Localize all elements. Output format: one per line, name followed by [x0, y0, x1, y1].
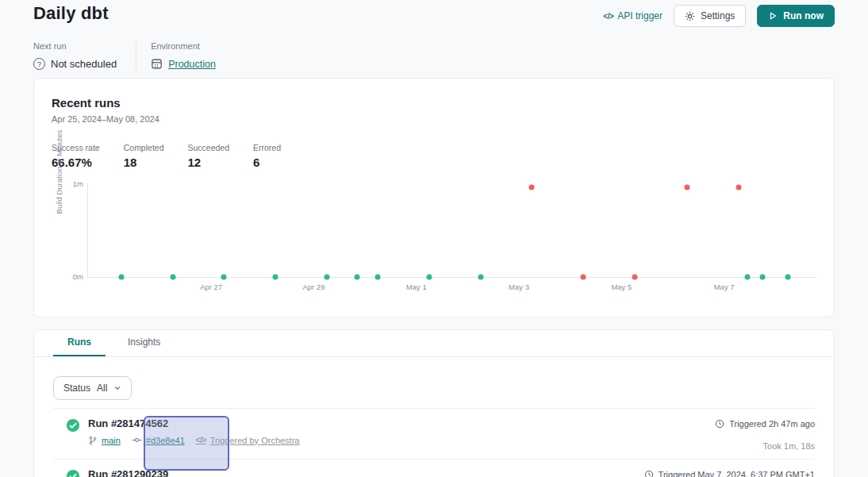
environment-link[interactable]: Production [168, 59, 216, 70]
tab-bar: Runs Insights [34, 330, 834, 357]
xtick-label: May 5 [611, 283, 632, 291]
run-now-button[interactable]: Run now [757, 5, 835, 27]
xtick-label: Apr 29 [302, 283, 325, 291]
success-check-icon [66, 418, 80, 433]
status-filter-dropdown[interactable]: Status All [53, 376, 132, 400]
api-trigger-label: API trigger [617, 10, 663, 21]
page-title: Daily dbt [33, 3, 109, 24]
run-now-label: Run now [783, 10, 824, 21]
run-datapoint-success[interactable] [760, 275, 766, 280]
run-triggered-time: Triggered 2h 47m ago [715, 419, 815, 429]
success-check-icon [66, 469, 80, 477]
gear-icon [685, 11, 695, 21]
run-duration: Took 1m, 18s [715, 441, 815, 451]
status-filter-value: All [97, 383, 107, 394]
run-datapoint-error[interactable] [529, 184, 535, 190]
stat-errored: Errored 6 [253, 143, 281, 169]
recent-runs-date-range: Apr 25, 2024–May 08, 2024 [52, 114, 816, 124]
run-datapoint-error[interactable] [632, 275, 637, 280]
environment-block: Environment Production [136, 41, 235, 70]
tab-insights[interactable]: Insights [113, 330, 175, 356]
run-datapoint-success[interactable] [426, 275, 432, 280]
git-branch-icon [88, 436, 98, 445]
selection-overlay [144, 416, 229, 471]
run-datapoint-error[interactable] [735, 184, 741, 190]
xtick-label: May 3 [509, 283, 529, 291]
run-datapoint-success[interactable] [119, 275, 125, 280]
chevron-down-icon [113, 384, 121, 392]
next-run-value: Not scheduled [51, 58, 117, 70]
run-datapoint-success[interactable] [221, 275, 227, 280]
recent-runs-card: Recent runs Apr 25, 2024–May 08, 2024 Su… [33, 78, 835, 317]
settings-label: Settings [701, 10, 735, 21]
page-header: Daily dbt </> API trigger Settings Run n… [0, 0, 868, 27]
branch-link[interactable]: main [102, 436, 121, 445]
run-datapoint-success[interactable] [355, 275, 360, 280]
run-datapoint-success[interactable] [785, 275, 791, 280]
run-datapoint-success[interactable] [744, 275, 750, 280]
header-actions: </> API trigger Settings Run now [603, 5, 835, 27]
next-run-block: Next run ? Not scheduled [33, 41, 136, 70]
run-datapoint-success[interactable] [375, 275, 381, 280]
run-datapoint-error[interactable] [580, 275, 586, 280]
tab-runs[interactable]: Runs [53, 330, 106, 356]
branch-link-wrap: main [88, 436, 121, 445]
run-datapoint-success[interactable] [324, 275, 329, 280]
run-triggered-time: Triggered May 7, 2024, 6:37 PM GMT+1 [644, 470, 815, 477]
xtick-label: Apr 27 [200, 283, 222, 291]
settings-button[interactable]: Settings [674, 5, 746, 27]
play-icon [768, 11, 778, 21]
api-trigger-link[interactable]: </> API trigger [603, 10, 663, 21]
database-icon [151, 58, 163, 70]
clock-icon [644, 470, 654, 477]
job-meta-row: Next run ? Not scheduled Environment Pro… [0, 41, 868, 70]
recent-runs-title: Recent runs [52, 96, 816, 110]
environment-label: Environment [151, 41, 216, 51]
duration-chart: Build Duration in Minutes 1m 0m Apr 27Ap… [52, 179, 816, 294]
clock-icon [715, 419, 724, 429]
run-datapoint-success[interactable] [478, 275, 483, 280]
chart-plot: 1m 0m Apr 27Apr 29May 1May 3May 5May 7 [87, 183, 816, 278]
ytick-0m: 0m [73, 272, 83, 281]
help-circle-icon: ? [33, 58, 45, 70]
ytick-1m: 1m [73, 179, 83, 188]
run-datapoint-error[interactable] [685, 184, 690, 190]
git-commit-icon [132, 435, 142, 445]
stats-row: Success rate 66.67% Completed 18 Succeed… [52, 143, 816, 169]
chart-y-axis-label: Build Duration in Minutes [55, 129, 63, 213]
code-icon: </> [603, 12, 613, 21]
next-run-label: Next run [33, 41, 117, 51]
xtick-label: May 1 [406, 283, 427, 291]
run-datapoint-success[interactable] [170, 275, 175, 280]
stat-succeeded: Succeeded 12 [187, 143, 229, 169]
xtick-label: May 7 [714, 283, 735, 291]
run-datapoint-success[interactable] [272, 275, 278, 280]
status-filter-label: Status [63, 383, 90, 394]
stat-completed: Completed 18 [124, 143, 164, 169]
